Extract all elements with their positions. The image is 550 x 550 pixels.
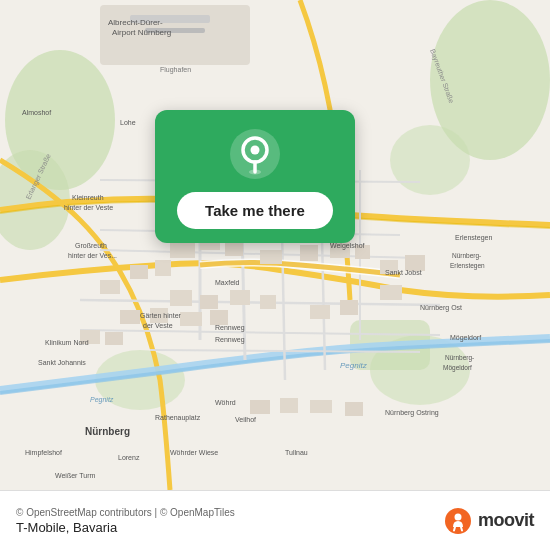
svg-rect-30: [180, 312, 202, 326]
take-me-there-button[interactable]: Take me there: [177, 192, 333, 229]
svg-text:Almoshof: Almoshof: [22, 109, 51, 116]
moovit-app-name: moovit: [478, 510, 534, 531]
svg-text:Sankt Jobst: Sankt Jobst: [385, 269, 422, 276]
svg-text:Wöhrder Wiese: Wöhrder Wiese: [170, 449, 218, 456]
svg-text:Klinikum Nord: Klinikum Nord: [45, 339, 89, 346]
svg-text:hinter der Ves...: hinter der Ves...: [68, 252, 117, 259]
svg-text:Flughafen: Flughafen: [160, 66, 191, 74]
svg-text:Airport Nürnberg: Airport Nürnberg: [112, 28, 171, 37]
map-container: Albrecht-Dürer- Airport Nürnberg Flughaf…: [0, 0, 550, 490]
svg-rect-15: [300, 245, 318, 261]
svg-text:Mögeldorf: Mögeldorf: [443, 364, 472, 372]
svg-rect-35: [105, 332, 123, 345]
svg-text:Nürnberg-: Nürnberg-: [445, 354, 474, 362]
location-name: T-Mobile, Bavaria: [16, 520, 235, 535]
svg-rect-19: [200, 295, 218, 309]
svg-point-83: [249, 170, 261, 175]
popup-card: Take me there: [155, 110, 355, 243]
moovit-icon: [444, 507, 472, 535]
svg-text:Rennweg: Rennweg: [215, 324, 245, 332]
svg-rect-27: [380, 285, 402, 300]
svg-text:Albrecht-Dürer-: Albrecht-Dürer-: [108, 18, 163, 27]
moovit-logo: moovit: [444, 507, 534, 535]
svg-rect-23: [155, 260, 171, 276]
copyright-text: © OpenStreetMap contributors | © OpenMap…: [16, 507, 235, 518]
svg-rect-18: [170, 290, 192, 306]
svg-text:Weißer Turm: Weißer Turm: [55, 472, 95, 479]
svg-text:Weigelshof: Weigelshof: [330, 242, 365, 250]
svg-text:Großreuth: Großreuth: [75, 242, 107, 249]
svg-text:Kleinreuth: Kleinreuth: [72, 194, 104, 201]
svg-text:Rennweg: Rennweg: [215, 336, 245, 344]
svg-text:Maxfeld: Maxfeld: [215, 279, 240, 286]
svg-text:Nürnberg Ost: Nürnberg Ost: [420, 304, 462, 312]
svg-rect-21: [260, 295, 276, 309]
svg-rect-36: [250, 400, 270, 414]
svg-rect-33: [340, 300, 358, 315]
svg-text:Gärten hinter: Gärten hinter: [140, 312, 182, 319]
svg-rect-24: [100, 280, 120, 294]
svg-point-85: [454, 513, 461, 520]
svg-text:Tullnau: Tullnau: [285, 449, 308, 456]
svg-text:Mögeldorf: Mögeldorf: [450, 334, 481, 342]
svg-rect-38: [310, 400, 332, 413]
svg-text:Pegnitz: Pegnitz: [90, 396, 114, 404]
svg-rect-28: [120, 310, 140, 324]
location-pin-icon: [229, 128, 281, 180]
svg-text:Erlenstegen: Erlenstegen: [450, 262, 485, 270]
svg-text:Nürnberg Ostring: Nürnberg Ostring: [385, 409, 439, 417]
map-background: Albrecht-Dürer- Airport Nürnberg Flughaf…: [0, 0, 550, 490]
svg-text:Lorenz: Lorenz: [118, 454, 140, 461]
svg-text:Nürnberg: Nürnberg: [85, 426, 130, 437]
svg-text:Lohe: Lohe: [120, 119, 136, 126]
svg-text:Himpfelshof: Himpfelshof: [25, 449, 62, 457]
svg-rect-31: [210, 310, 228, 325]
svg-text:der Veste: der Veste: [143, 322, 173, 329]
svg-text:Pegnitz: Pegnitz: [340, 361, 368, 370]
svg-text:Sankt Johannis: Sankt Johannis: [38, 359, 86, 366]
svg-point-4: [390, 125, 470, 195]
svg-text:Erlenstegen: Erlenstegen: [455, 234, 492, 242]
svg-text:Veilhof: Veilhof: [235, 416, 256, 423]
svg-text:Wöhrd: Wöhrd: [215, 399, 236, 406]
bottom-bar: © OpenStreetMap contributors | © OpenMap…: [0, 490, 550, 550]
svg-rect-14: [260, 250, 282, 264]
svg-text:hinter der Veste: hinter der Veste: [64, 204, 113, 211]
svg-text:Rathenauplatz: Rathenauplatz: [155, 414, 201, 422]
svg-rect-20: [230, 290, 250, 305]
svg-point-82: [251, 146, 260, 155]
svg-rect-22: [130, 265, 148, 279]
bottom-left-info: © OpenStreetMap contributors | © OpenMap…: [16, 507, 235, 535]
svg-text:Nürnberg-: Nürnberg-: [452, 252, 481, 260]
svg-rect-39: [345, 402, 363, 416]
svg-rect-32: [310, 305, 330, 319]
svg-rect-37: [280, 398, 298, 413]
